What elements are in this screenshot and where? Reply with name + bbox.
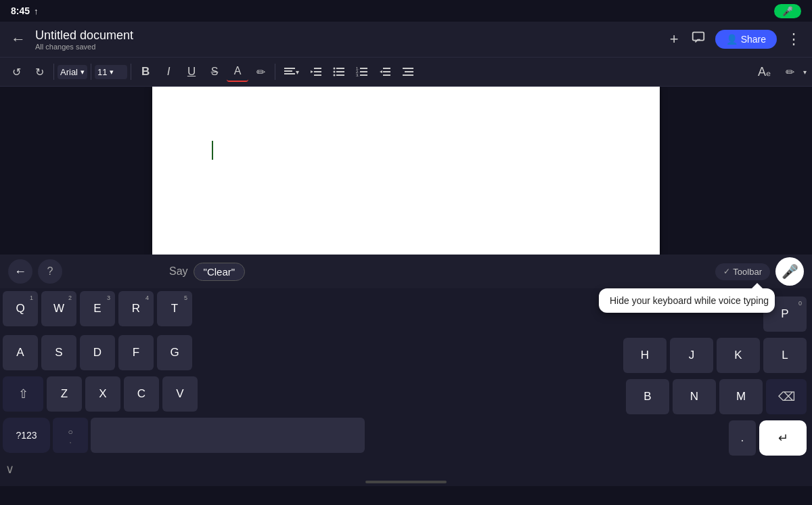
mic-icon: 🎤 bbox=[782, 263, 798, 280]
num-key[interactable]: ?123 bbox=[3, 418, 50, 453]
key-l[interactable]: L bbox=[763, 338, 807, 373]
home-indicator bbox=[0, 478, 812, 485]
save-status: All changes saved bbox=[35, 43, 660, 51]
redo-button[interactable]: ↻ bbox=[28, 62, 50, 82]
key-m[interactable]: M bbox=[719, 379, 763, 414]
keyboard-row-3-right: B N M ⌫ bbox=[623, 376, 809, 418]
svg-marker-23 bbox=[380, 70, 382, 73]
key-row-top: Q1 W2 E3 R4 T5 bbox=[3, 291, 382, 326]
help-icon: ? bbox=[47, 265, 53, 278]
key-d[interactable]: D bbox=[80, 335, 115, 370]
indent-increase-button[interactable] bbox=[374, 62, 396, 81]
clear-voice-button[interactable]: "Clear" bbox=[194, 263, 246, 281]
svg-point-12 bbox=[334, 74, 336, 76]
space-key[interactable] bbox=[91, 418, 365, 453]
text-style-button[interactable]: Aₑ bbox=[753, 61, 776, 83]
backspace-key[interactable]: ⌫ bbox=[766, 379, 807, 414]
toolbar-check-icon: ✓ bbox=[723, 267, 730, 276]
underline-button[interactable]: U bbox=[181, 62, 202, 82]
key-j[interactable]: J bbox=[670, 338, 713, 373]
indent-decrease-button[interactable] bbox=[305, 62, 327, 81]
status-time-area: 8:45 ↑ bbox=[11, 5, 39, 16]
home-bar bbox=[365, 481, 447, 483]
svg-point-8 bbox=[334, 68, 336, 70]
document-page[interactable] bbox=[152, 87, 660, 255]
key-e[interactable]: E3 bbox=[80, 291, 115, 326]
keyboard-row-2-left: A S D F G bbox=[3, 335, 312, 376]
globe-icon: ○ bbox=[68, 427, 72, 437]
voice-typing-bar: ← ? Say "Clear" ✓ Toolbar 🎤 Hide your ke… bbox=[0, 255, 812, 288]
bold-button[interactable]: B bbox=[135, 62, 156, 82]
header-actions: + 👤 Share ⋮ bbox=[667, 27, 804, 51]
formatting-toolbar: ↺ ↻ Arial ▾ 11 ▾ B I U S A ✏ ▾ 1.2.3. Aₑ… bbox=[0, 57, 812, 87]
key-row-bottom: ⇧ Z X C V bbox=[3, 376, 313, 412]
key-f[interactable]: F bbox=[118, 335, 154, 370]
dot-key[interactable]: . bbox=[729, 420, 756, 456]
voice-tooltip: Hide your keyboard while voice typing bbox=[599, 288, 775, 313]
key-b[interactable]: B bbox=[626, 379, 669, 414]
align-button[interactable]: ▾ bbox=[279, 62, 304, 81]
font-name: Arial bbox=[60, 67, 78, 77]
key-row-mid: A S D F G bbox=[3, 335, 312, 370]
chevron-down-icon[interactable]: ∨ bbox=[5, 462, 14, 477]
bullets-button[interactable] bbox=[328, 62, 350, 81]
font-family-selector[interactable]: Arial ▾ bbox=[58, 65, 87, 79]
add-button[interactable]: + bbox=[667, 28, 681, 51]
strikethrough-button[interactable]: S bbox=[204, 62, 225, 81]
collapse-keyboard-area: ∨ bbox=[0, 460, 812, 478]
key-k[interactable]: K bbox=[717, 338, 760, 373]
share-button[interactable]: 👤 Share bbox=[715, 30, 777, 49]
font-size-selector[interactable]: 11 ▾ bbox=[95, 65, 127, 79]
status-bar: 8:45 ↑ 🎤 bbox=[0, 0, 812, 22]
key-c[interactable]: C bbox=[124, 376, 159, 412]
back-button[interactable]: ← bbox=[8, 28, 28, 51]
key-s[interactable]: S bbox=[41, 335, 76, 370]
highlight-button[interactable]: ✏ bbox=[250, 62, 271, 82]
key-v[interactable]: V bbox=[162, 376, 198, 412]
key-q[interactable]: Q1 bbox=[3, 291, 38, 326]
time-display: 8:45 bbox=[11, 5, 30, 16]
emoji-key[interactable]: ○ , bbox=[53, 418, 88, 453]
enter-key[interactable]: ↵ bbox=[759, 420, 807, 456]
key-g[interactable]: G bbox=[157, 335, 192, 370]
voice-help-button[interactable]: ? bbox=[38, 259, 62, 284]
key-w[interactable]: W2 bbox=[41, 291, 76, 326]
say-label: Say bbox=[169, 265, 188, 278]
mic-active-pill[interactable]: 🎤 bbox=[774, 4, 801, 18]
key-x[interactable]: X bbox=[85, 376, 120, 412]
indent-decrease-alt-button[interactable] bbox=[397, 62, 419, 81]
keyboard-row-2-gap bbox=[312, 335, 621, 376]
share-label: Share bbox=[741, 34, 766, 45]
document-area[interactable] bbox=[0, 87, 812, 255]
key-a[interactable]: A bbox=[3, 335, 38, 370]
voice-toolbar-button[interactable]: ✓ Toolbar bbox=[715, 263, 770, 280]
keyboard-row-3-left: ⇧ Z X C V bbox=[3, 376, 313, 418]
toolbar-separator-2 bbox=[91, 64, 91, 80]
key-z[interactable]: Z bbox=[47, 376, 82, 412]
svg-marker-7 bbox=[311, 70, 313, 73]
more-options-button[interactable]: ⋮ bbox=[784, 28, 804, 51]
microphone-button[interactable]: 🎤 bbox=[775, 257, 804, 286]
keyboard-row-1-left: Q1 W2 E3 R4 T5 bbox=[3, 291, 382, 335]
numbered-list-button[interactable]: 1.2.3. bbox=[351, 62, 373, 81]
key-h[interactable]: H bbox=[623, 338, 667, 373]
comment-button[interactable] bbox=[688, 27, 708, 51]
undo-button[interactable]: ↺ bbox=[5, 62, 27, 82]
voice-back-button[interactable]: ← bbox=[8, 259, 32, 284]
italic-button[interactable]: I bbox=[158, 62, 179, 82]
toolbar-right-group: Aₑ ✏ ▾ bbox=[753, 61, 807, 83]
tooltip-text: Hide your keyboard while voice typing bbox=[610, 295, 769, 306]
keyboard-bottom-row: ?123 ○ , . ↵ bbox=[3, 418, 809, 459]
shift-key[interactable]: ⇧ bbox=[3, 376, 43, 412]
pen-button[interactable]: ✏ bbox=[779, 62, 800, 82]
keyboard-row-2: A S D F G H J K L bbox=[3, 335, 809, 376]
toolbar-text: Toolbar bbox=[733, 267, 762, 277]
font-size-drop-icon: ▾ bbox=[110, 68, 114, 76]
key-n[interactable]: N bbox=[673, 379, 716, 414]
keyboard-row-3: ⇧ Z X C V B N M ⌫ bbox=[3, 376, 809, 418]
key-t[interactable]: T5 bbox=[157, 291, 192, 326]
share-person-icon: 👤 bbox=[726, 34, 738, 45]
text-color-button[interactable]: A bbox=[227, 62, 248, 82]
key-r[interactable]: R4 bbox=[118, 291, 154, 326]
bottom-area: ∨ bbox=[0, 459, 812, 486]
